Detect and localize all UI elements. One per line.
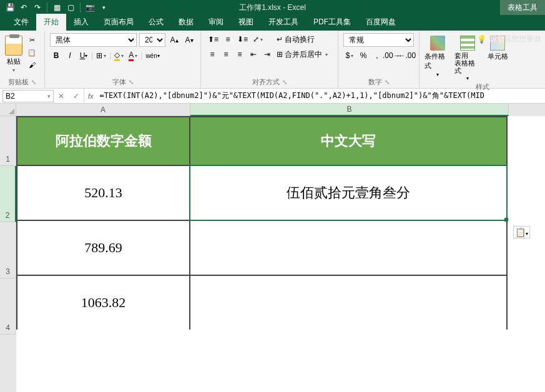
group-font: 黑体 20 A▴ A▾ B I U▾ | ⊞ | ◇ A | wén▾ 字体⤡ (45, 31, 201, 88)
window-title: 工作簿1.xlsx - Excel (239, 2, 306, 13)
fill-color-button[interactable]: ◇ (112, 49, 125, 62)
row-header-2[interactable]: 2 (0, 166, 16, 222)
cell-A1[interactable]: 阿拉伯数字金额 (16, 116, 190, 166)
undo-icon[interactable]: ↶ (17, 1, 30, 14)
align-bottom-icon[interactable]: ⬇≡ (235, 33, 250, 46)
cell-B3[interactable] (189, 220, 508, 276)
formula-bar: B2▾ ✕ ✓ fx (0, 89, 545, 104)
alignment-launcher[interactable]: ⤡ (282, 79, 287, 86)
font-size-select[interactable]: 20 (139, 33, 165, 47)
tab-baidu[interactable]: 百度网盘 (358, 14, 403, 31)
clipboard-launcher[interactable]: ⤡ (31, 79, 36, 86)
conditional-format-icon (430, 36, 445, 51)
merge-button[interactable]: ⊞合并后居中 (275, 48, 330, 61)
tab-home[interactable]: 开始 (36, 14, 66, 31)
align-middle-icon[interactable]: ≡ (222, 33, 234, 46)
select-all-corner[interactable] (0, 104, 16, 116)
camera-icon[interactable]: 📷 (84, 1, 96, 14)
copy-icon[interactable]: 📋 (26, 47, 37, 58)
tab-data[interactable]: 数据 (171, 14, 201, 31)
number-format-select[interactable]: 常规 (343, 33, 414, 47)
redo-icon[interactable]: ↷ (31, 1, 44, 14)
column-headers: A B (16, 104, 545, 116)
increase-decimal-icon[interactable]: .00→ (385, 49, 399, 62)
formula-input[interactable] (97, 92, 545, 100)
cell-A4[interactable]: 1063.82 (16, 275, 190, 331)
qat-icon-1[interactable]: ▦ (51, 1, 63, 14)
cell-B2[interactable]: 伍佰贰拾元壹角叁分 (189, 165, 508, 221)
italic-button[interactable]: I (64, 49, 76, 62)
format-painter-icon[interactable]: 🖌 (26, 59, 37, 71)
wrap-text-button[interactable]: ↵自动换行 (275, 33, 317, 46)
title-bar: 💾 ↶ ↷ ▦ ▢ 📷 ▾ 工作簿1.xlsx - Excel 表格工具 (0, 0, 545, 15)
conditional-format-button[interactable]: 条件格式▾ (425, 33, 451, 77)
font-color-button[interactable]: A (127, 49, 139, 62)
align-left-icon[interactable]: ≡ (206, 48, 218, 61)
save-icon[interactable]: 💾 (4, 1, 16, 14)
cell-blank[interactable] (16, 330, 545, 392)
row-header-1[interactable]: 1 (0, 116, 16, 166)
decrease-decimal-icon[interactable]: ←.00 (400, 49, 415, 62)
row-headers: 1 2 3 4 (0, 116, 16, 392)
enter-formula-icon[interactable]: ✓ (69, 89, 84, 103)
increase-font-icon[interactable]: A▴ (168, 34, 180, 46)
tell-me-search[interactable]: 💡 告诉我您想要做 (473, 31, 545, 47)
grid-cells[interactable]: 阿拉伯数字金额 中文大写 520.13 伍佰贰拾元壹角叁分 789.69 106… (16, 116, 545, 392)
comma-icon[interactable]: , (371, 49, 383, 62)
qat-icon-2[interactable]: ▢ (64, 1, 77, 14)
contextual-tab-label: 表格工具 (500, 0, 545, 15)
group-number: 常规 $ % , .00→ ←.00 数字⤡ (338, 31, 420, 88)
decrease-indent-icon[interactable]: ⇤ (247, 48, 260, 61)
paste-icon (5, 36, 22, 56)
ribbon: 粘贴 ▾ ✂ 📋 🖌 剪贴板⤡ 黑体 20 A▴ A▾ B I U▾ | (0, 31, 545, 89)
group-alignment: ⬆≡ ≡ ⬇≡ ⤢ ↵自动换行 ≡ ≡ ≡ ⇤ ⇥ ⊞合并后居中 对齐方式⤡ (201, 31, 338, 88)
cut-icon[interactable]: ✂ (26, 34, 37, 46)
name-box[interactable]: B2▾ (2, 90, 54, 102)
tab-developer[interactable]: 开发工具 (261, 14, 306, 31)
row-header-3[interactable]: 3 (0, 222, 16, 278)
row-header-4[interactable]: 4 (0, 278, 16, 335)
phonetic-button[interactable]: wén▾ (144, 49, 161, 62)
fx-icon[interactable]: fx (84, 92, 97, 100)
accounting-format-icon[interactable]: $ (343, 49, 356, 62)
spreadsheet-grid: A B 1 2 3 4 阿拉伯数字金额 中文大写 520.13 伍佰贰拾元壹角叁… (0, 104, 545, 392)
tab-formulas[interactable]: 公式 (141, 14, 171, 31)
align-top-icon[interactable]: ⬆≡ (206, 33, 220, 46)
cancel-formula-icon[interactable]: ✕ (54, 89, 69, 103)
tab-insert[interactable]: 插入 (66, 14, 96, 31)
group-clipboard: 粘贴 ▾ ✂ 📋 🖌 剪贴板⤡ (0, 31, 45, 88)
col-header-A[interactable]: A (16, 104, 190, 116)
ribbon-tabs: 文件 开始 插入 页面布局 公式 数据 审阅 视图 开发工具 PDF工具集 百度… (0, 15, 545, 31)
bulb-icon: 💡 (477, 35, 486, 44)
cell-B1[interactable]: 中文大写 (189, 116, 508, 166)
orientation-icon[interactable]: ⤢ (251, 33, 265, 46)
align-right-icon[interactable]: ≡ (233, 48, 246, 61)
tab-page-layout[interactable]: 页面布局 (96, 14, 141, 31)
number-launcher[interactable]: ⤡ (385, 79, 390, 86)
tab-pdf[interactable]: PDF工具集 (306, 14, 358, 31)
paste-options-icon[interactable]: 📋▾ (513, 226, 530, 238)
quick-access-toolbar: 💾 ↶ ↷ ▦ ▢ 📷 ▾ (0, 1, 110, 14)
col-header-B[interactable]: B (190, 104, 509, 116)
percent-icon[interactable]: % (357, 49, 370, 62)
tab-file[interactable]: 文件 (6, 14, 36, 31)
font-name-select[interactable]: 黑体 (50, 33, 137, 47)
bold-button[interactable]: B (50, 49, 62, 62)
cell-A2[interactable]: 520.13 (16, 165, 190, 221)
underline-button[interactable]: U▾ (77, 49, 90, 62)
decrease-font-icon[interactable]: A▾ (183, 34, 195, 46)
increase-indent-icon[interactable]: ⇥ (261, 48, 273, 61)
align-center-icon[interactable]: ≡ (220, 48, 232, 61)
cell-B4[interactable] (189, 275, 508, 331)
border-button[interactable]: ⊞ (94, 49, 108, 62)
cell-A3[interactable]: 789.69 (16, 220, 190, 276)
tab-review[interactable]: 审阅 (201, 14, 231, 31)
tab-view[interactable]: 视图 (231, 14, 261, 31)
paste-button[interactable]: 粘贴 ▾ (5, 33, 22, 73)
font-launcher[interactable]: ⤡ (129, 79, 134, 86)
qat-customize-icon[interactable]: ▾ (97, 1, 110, 14)
